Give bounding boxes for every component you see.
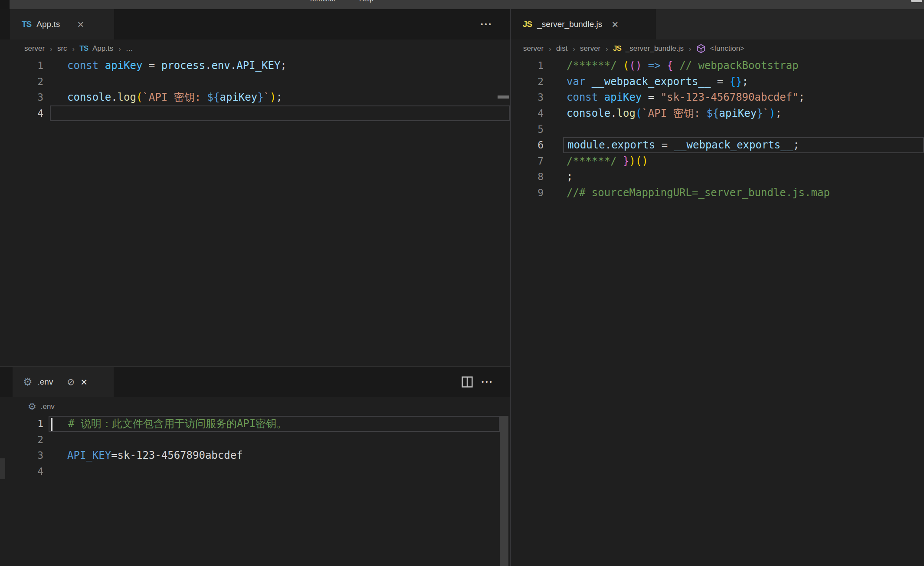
code-token: __webpack_exports__ <box>674 139 793 151</box>
line-number: 2 <box>0 76 43 87</box>
code-token: ` <box>763 107 769 119</box>
code-token: = <box>642 91 660 103</box>
code-token: "sk-123-4567890abcdef" <box>661 91 799 103</box>
right-code-editor[interactable]: 1/******/ (() => { // webpackBootstrap2v… <box>510 58 924 201</box>
code-line[interactable]: 7/******/ })() <box>510 153 924 169</box>
code-line[interactable]: 9//# sourceMappingURL=_server_bundle.js.… <box>510 185 924 201</box>
line-number: 5 <box>510 124 544 135</box>
tab-app-ts[interactable]: TS App.ts × <box>10 9 114 39</box>
left-breadcrumb-item[interactable]: … <box>126 44 133 53</box>
right-breadcrumb-item[interactable]: dist <box>556 44 567 53</box>
split-editor-icon[interactable] <box>461 376 473 388</box>
typescript-file-icon: TS <box>22 20 31 29</box>
javascript-file-icon: JS <box>523 20 532 29</box>
env-scrollbar-thumb[interactable] <box>500 416 508 566</box>
code-token: env <box>211 59 230 72</box>
editor-actions-more-icon[interactable]: ••• <box>482 378 494 385</box>
line-content: API_KEY=sk-123-4567890abcdef <box>49 448 500 464</box>
line-content: # 说明：此文件包含用于访问服务的API密钥。 <box>49 416 500 432</box>
tab-server-bundle-js[interactable]: JS _server_bundle.js × <box>511 9 656 39</box>
code-token: //# sourceMappingURL=_server_bundle.js.m… <box>567 187 830 199</box>
code-line[interactable]: 4console.log(`API 密钥: ${apiKey}`); <box>510 105 924 122</box>
breadcrumb-label: server <box>580 44 600 53</box>
tab-env[interactable]: ⚙ .env ⊘ × <box>13 367 114 397</box>
code-token: apiKey <box>105 59 143 72</box>
titlebar-layout-widget[interactable] <box>911 0 922 2</box>
right-breadcrumb-item[interactable]: <function> <box>696 44 744 53</box>
line-content: const apiKey = process.env.API_KEY; <box>50 58 510 74</box>
code-token: `API 密钥: <box>142 90 207 104</box>
menu-item-help[interactable]: Help <box>359 0 374 3</box>
code-token: const <box>67 59 105 72</box>
code-token: => <box>648 59 661 72</box>
code-line[interactable]: 1/******/ (() => { // webpackBootstrap <box>510 58 924 74</box>
code-line[interactable]: 2 <box>0 432 500 448</box>
line-content <box>49 432 500 448</box>
breadcrumb-chevron-icon: › <box>548 44 551 54</box>
left-editor-tabbar: TS App.ts × ••• <box>0 9 510 39</box>
env-breadcrumb-item[interactable]: ⚙.env <box>28 401 55 412</box>
right-breadcrumb-item[interactable]: server <box>523 44 544 53</box>
code-token: {} <box>730 76 742 88</box>
code-line[interactable]: 4 <box>0 464 500 480</box>
breadcrumb-chevron-icon: › <box>688 44 691 54</box>
code-line[interactable]: 5 <box>510 121 924 137</box>
gear-file-icon: ⚙ <box>28 401 36 412</box>
window-titlebar: Terminal Help <box>0 0 924 9</box>
code-line[interactable]: 1const apiKey = process.env.API_KEY; <box>0 58 510 74</box>
menu-item-terminal[interactable]: Terminal <box>309 0 335 3</box>
close-tab-icon[interactable]: × <box>77 19 84 30</box>
code-line[interactable]: 8; <box>510 169 924 185</box>
code-token: } <box>623 155 629 167</box>
line-content: console.log(`API 密钥: ${apiKey}`); <box>50 89 510 105</box>
right-breadcrumbs: server›dist›server›JS_server_bundle.js›<… <box>523 39 922 58</box>
code-token: log <box>617 107 636 119</box>
code-token: ) <box>642 155 648 167</box>
left-breadcrumb-item[interactable]: TSApp.ts <box>79 44 113 53</box>
line-number: 1 <box>510 60 544 71</box>
vscode-window: Terminal Help TS App.ts × ••• server›src… <box>0 0 924 566</box>
breadcrumb-label: <function> <box>710 44 744 53</box>
code-token: ) <box>629 155 636 167</box>
code-token: { <box>667 59 673 72</box>
code-line[interactable]: 4 <box>0 105 510 122</box>
code-token: apiKey <box>220 91 257 103</box>
breadcrumb-chevron-icon: › <box>49 44 52 54</box>
code-token: ; <box>776 107 782 119</box>
code-line[interactable]: 2 <box>0 74 510 90</box>
line-number: 9 <box>510 187 544 198</box>
line-number: 4 <box>510 108 544 119</box>
close-tab-icon[interactable]: × <box>612 19 618 30</box>
code-token: = <box>711 76 729 88</box>
code-line[interactable]: 1# 说明：此文件包含用于访问服务的API密钥。 <box>0 416 500 432</box>
line-number: 7 <box>510 155 544 167</box>
env-breadcrumbs: ⚙.env <box>28 397 462 416</box>
code-line[interactable]: 2var __webpack_exports__ = {}; <box>510 74 924 90</box>
code-token: /******/ <box>567 59 623 72</box>
code-token: } <box>757 107 763 119</box>
code-line[interactable]: 6module.exports = __webpack_exports__; <box>510 137 924 153</box>
code-token: apiKey <box>719 107 757 119</box>
code-token: ${ <box>207 91 220 103</box>
line-content: /******/ (() => { // webpackBootstrap <box>563 58 924 74</box>
left-code-editor[interactable]: 1const apiKey = process.env.API_KEY;23co… <box>0 58 510 121</box>
line-content <box>563 121 924 137</box>
line-content <box>49 464 500 480</box>
code-token: log <box>118 91 136 103</box>
code-line[interactable]: 3console.log(`API 密钥: ${apiKey}`); <box>0 89 510 105</box>
code-line[interactable]: 3API_KEY=sk-123-4567890abcdef <box>0 448 500 464</box>
typescript-file-icon: TS <box>79 44 88 53</box>
close-tab-icon[interactable]: × <box>81 376 87 388</box>
tab-label: App.ts <box>36 20 60 29</box>
editor-actions-more-icon[interactable]: ••• <box>481 20 493 28</box>
right-breadcrumb-item[interactable]: server <box>580 44 600 53</box>
env-code-editor[interactable]: 1# 说明：此文件包含用于访问服务的API密钥。23API_KEY=sk-123… <box>0 416 500 479</box>
left-breadcrumb-item[interactable]: src <box>57 44 67 53</box>
line-content <box>50 105 510 122</box>
code-line[interactable]: 3const apiKey = "sk-123-4567890abcdef"; <box>510 89 924 105</box>
code-token: console <box>567 107 610 119</box>
code-token: = <box>142 59 161 72</box>
code-token: module <box>567 139 605 151</box>
right-breadcrumb-item[interactable]: JS_server_bundle.js <box>613 44 684 53</box>
left-breadcrumb-item[interactable]: server <box>24 44 45 53</box>
